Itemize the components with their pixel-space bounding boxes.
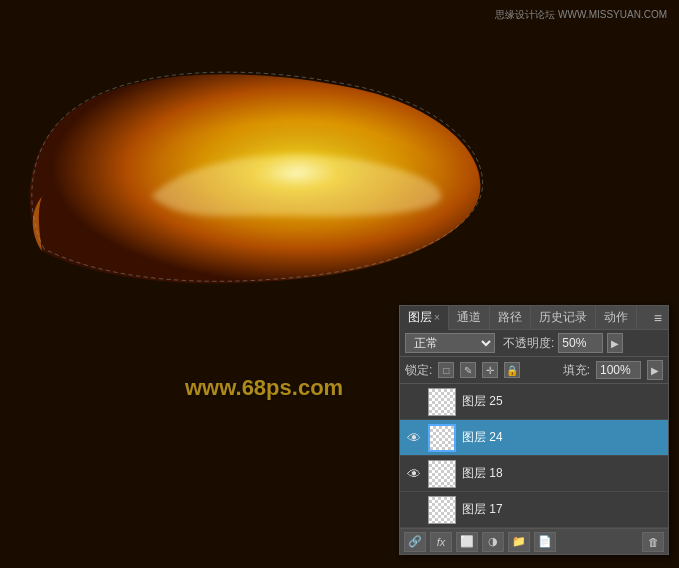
- lock-paint-btn[interactable]: ✎: [460, 362, 476, 378]
- tab-actions[interactable]: 动作: [596, 306, 637, 330]
- fx-button[interactable]: fx: [430, 532, 452, 552]
- canvas-area: 思缘设计论坛 WWW.MISSYUAN.COM: [0, 0, 679, 568]
- new-group-button[interactable]: 📁: [508, 532, 530, 552]
- layers-panel: 图层 × 通道 路径 历史记录 动作 ≡ 正常 溶解 正片叠底: [399, 305, 669, 555]
- layer-thumb-18: [428, 460, 456, 488]
- lock-row: 锁定: □ ✎ ✛ 🔒 填充: ▶: [400, 357, 668, 384]
- fill-input[interactable]: [596, 361, 641, 379]
- panel-toolbar: 🔗 fx ⬜ ◑ 📁 📄 🗑: [400, 528, 668, 554]
- fill-label: 填充:: [563, 362, 590, 379]
- layer-row[interactable]: 👁 图层 25: [400, 384, 668, 420]
- tab-channels[interactable]: 通道: [449, 306, 490, 330]
- layer-row[interactable]: 👁 图层 17: [400, 492, 668, 528]
- layer-row[interactable]: 👁 图层 24: [400, 420, 668, 456]
- fill-arrow[interactable]: ▶: [647, 360, 663, 380]
- layer-eye-25[interactable]: 👁: [404, 392, 424, 412]
- link-layers-button[interactable]: 🔗: [404, 532, 426, 552]
- lock-transparent-btn[interactable]: □: [438, 362, 454, 378]
- layer-name-17: 图层 17: [462, 501, 664, 518]
- lock-all-btn[interactable]: 🔒: [504, 362, 520, 378]
- layer-eye-24[interactable]: 👁: [404, 428, 424, 448]
- panel-tabs: 图层 × 通道 路径 历史记录 动作 ≡: [400, 306, 668, 330]
- lock-move-btn[interactable]: ✛: [482, 362, 498, 378]
- tab-layers[interactable]: 图层 ×: [400, 306, 449, 330]
- layer-name-18: 图层 18: [462, 465, 664, 482]
- add-mask-button[interactable]: ⬜: [456, 532, 478, 552]
- layer-thumb-24: [428, 424, 456, 452]
- tab-history[interactable]: 历史记录: [531, 306, 596, 330]
- layer-thumb-25: [428, 388, 456, 416]
- blend-mode-select[interactable]: 正常 溶解 正片叠底: [405, 333, 495, 353]
- layer-eye-17[interactable]: 👁: [404, 500, 424, 520]
- adjustment-button[interactable]: ◑: [482, 532, 504, 552]
- blend-opacity-row: 正常 溶解 正片叠底 不透明度: ▶: [400, 330, 668, 357]
- tab-paths[interactable]: 路径: [490, 306, 531, 330]
- layer-row[interactable]: 👁 图层 18: [400, 456, 668, 492]
- opacity-label: 不透明度:: [503, 335, 554, 352]
- panel-menu-button[interactable]: ≡: [648, 310, 668, 326]
- site-label: 思缘设计论坛 WWW.MISSYUAN.COM: [495, 8, 667, 22]
- flame-shape: [20, 50, 490, 310]
- delete-layer-button[interactable]: 🗑: [642, 532, 664, 552]
- layer-eye-18[interactable]: 👁: [404, 464, 424, 484]
- layer-thumb-17: [428, 496, 456, 524]
- new-layer-button[interactable]: 📄: [534, 532, 556, 552]
- tab-layers-close[interactable]: ×: [434, 312, 440, 323]
- layer-list: 👁 图层 25 👁 图层 24 👁 图层 18 👁 图层 17: [400, 384, 668, 528]
- watermark: www.68ps.com: [185, 375, 343, 401]
- opacity-arrow[interactable]: ▶: [607, 333, 623, 353]
- layer-name-25: 图层 25: [462, 393, 664, 410]
- opacity-input[interactable]: [558, 333, 603, 353]
- lock-label: 锁定:: [405, 362, 432, 379]
- layer-name-24: 图层 24: [462, 429, 664, 446]
